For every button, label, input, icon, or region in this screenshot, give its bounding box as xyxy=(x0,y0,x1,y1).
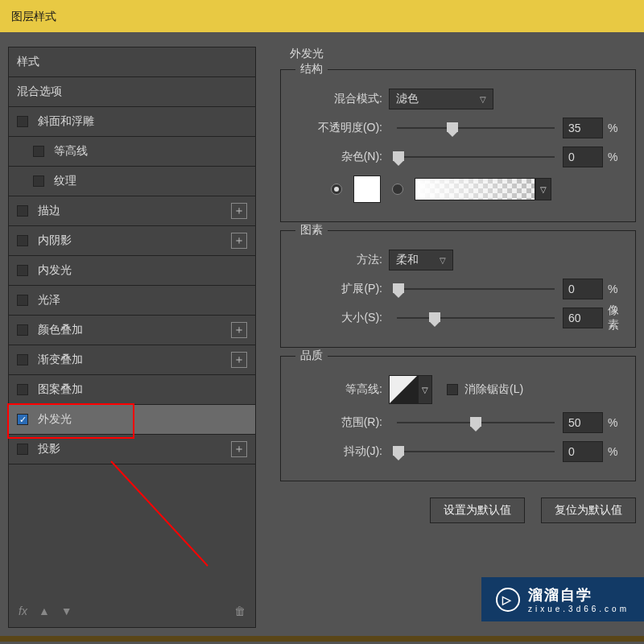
effect-settings-panel: 外发光 结构 混合模式: 滤色 ▽ 不透明度(O): 35 % 杂色(N): 0 xyxy=(264,32,644,636)
style-item-7[interactable]: 颜色叠加＋ xyxy=(9,316,255,345)
structure-group: 结构 混合模式: 滤色 ▽ 不透明度(O): 35 % 杂色(N): 0 % xyxy=(280,69,636,222)
quality-group: 品质 等高线: ▽ 消除锯齿(L) 范围(R): 50 % 抖动(J): xyxy=(280,356,636,481)
window-title: 图层样式 xyxy=(11,10,56,23)
solid-color-radio[interactable] xyxy=(331,184,342,195)
style-item-8[interactable]: 渐变叠加＋ xyxy=(9,345,255,375)
add-instance-icon[interactable]: ＋ xyxy=(231,233,247,249)
make-default-button[interactable]: 设置为默认值 xyxy=(430,497,525,523)
opacity-slider[interactable] xyxy=(397,121,555,135)
blending-options-header[interactable]: 混合选项 xyxy=(9,77,255,107)
range-row: 范围(R): 50 % xyxy=(291,408,625,437)
pixel-label: 像素 xyxy=(603,303,625,332)
blending-header-label: 混合选项 xyxy=(17,85,247,99)
jitter-input[interactable]: 0 xyxy=(563,441,603,462)
range-label: 范围(R): xyxy=(291,415,389,430)
style-item-0[interactable]: 斜面和浮雕 xyxy=(9,107,255,137)
watermark-sub: zixue.3d66.com xyxy=(528,605,630,613)
trash-icon[interactable]: 🗑 xyxy=(234,605,246,617)
style-item-6[interactable]: 光泽 xyxy=(9,286,255,316)
spread-slider[interactable] xyxy=(397,282,555,296)
blend-mode-row: 混合模式: 滤色 ▽ xyxy=(291,85,625,114)
style-label: 渐变叠加 xyxy=(38,353,231,367)
quality-title: 品质 xyxy=(295,349,328,363)
style-checkbox[interactable] xyxy=(17,205,28,217)
style-checkbox[interactable] xyxy=(17,116,28,127)
opacity-input[interactable]: 35 xyxy=(563,118,603,138)
jitter-row: 抖动(J): 0 % xyxy=(291,437,625,466)
add-instance-icon[interactable]: ＋ xyxy=(231,352,247,368)
blend-mode-label: 混合模式: xyxy=(291,92,389,106)
style-item-11[interactable]: 投影＋ xyxy=(9,435,255,464)
add-instance-icon[interactable]: ＋ xyxy=(231,441,247,457)
style-checkbox[interactable] xyxy=(17,235,28,246)
window-titlebar: 图层样式 xyxy=(0,0,644,32)
reset-default-button[interactable]: 复位为默认值 xyxy=(541,497,636,523)
elements-title: 图素 xyxy=(295,223,328,237)
contour-picker[interactable] xyxy=(389,375,418,404)
style-checkbox[interactable] xyxy=(17,354,28,365)
styles-toolbar: fx ▲ ▼ 🗑 xyxy=(9,595,255,627)
style-item-1[interactable]: 等高线 xyxy=(9,137,255,167)
size-input[interactable]: 60 xyxy=(563,308,603,328)
gradient-swatch[interactable] xyxy=(415,178,535,200)
style-item-4[interactable]: 内阴影＋ xyxy=(9,226,255,256)
spread-row: 扩展(P): 0 % xyxy=(291,275,625,303)
spread-input[interactable]: 0 xyxy=(563,279,603,299)
noise-row: 杂色(N): 0 % xyxy=(291,142,625,171)
effect-title: 外发光 xyxy=(264,47,644,61)
size-slider[interactable] xyxy=(397,311,555,325)
jitter-label: 抖动(J): xyxy=(291,444,389,459)
add-instance-icon[interactable]: ＋ xyxy=(231,322,247,338)
fx-menu-icon[interactable]: fx xyxy=(19,605,27,617)
range-slider[interactable] xyxy=(397,415,555,430)
style-checkbox[interactable] xyxy=(33,146,44,157)
antialias-checkbox[interactable] xyxy=(447,384,458,395)
style-label: 等高线 xyxy=(54,144,247,159)
contour-dropdown-icon[interactable]: ▽ xyxy=(418,375,432,404)
elements-group: 图素 方法: 柔和 ▽ 扩展(P): 0 % 大小(S): 60 像素 xyxy=(280,230,636,348)
styles-spacer xyxy=(9,464,255,595)
style-item-5[interactable]: 内发光 xyxy=(9,256,255,286)
gradient-radio[interactable] xyxy=(392,184,403,195)
size-row: 大小(S): 60 像素 xyxy=(291,303,625,332)
noise-slider[interactable] xyxy=(397,150,555,164)
move-down-icon[interactable]: ▼ xyxy=(61,605,72,617)
add-instance-icon[interactable]: ＋ xyxy=(231,203,247,219)
noise-label: 杂色(N): xyxy=(291,150,389,164)
style-label: 内发光 xyxy=(38,263,247,278)
blend-mode-select[interactable]: 滤色 ▽ xyxy=(389,89,493,109)
style-item-3[interactable]: 描边＋ xyxy=(9,196,255,226)
chevron-down-icon: ▽ xyxy=(480,95,486,104)
style-item-2[interactable]: 纹理 xyxy=(9,167,255,196)
technique-select[interactable]: 柔和 ▽ xyxy=(389,250,453,270)
style-checkbox[interactable] xyxy=(17,384,28,395)
antialias-label: 消除锯齿(L) xyxy=(464,382,523,397)
styles-header[interactable]: 样式 xyxy=(9,47,255,77)
move-up-icon[interactable]: ▲ xyxy=(39,605,50,617)
style-item-10[interactable]: 外发光 xyxy=(9,405,255,435)
technique-row: 方法: 柔和 ▽ xyxy=(291,246,625,275)
style-checkbox[interactable] xyxy=(17,444,28,455)
style-checkbox[interactable] xyxy=(17,414,28,425)
style-label: 描边 xyxy=(38,204,231,218)
percent-label: % xyxy=(603,416,625,429)
spread-label: 扩展(P): xyxy=(291,282,389,296)
default-buttons-row: 设置为默认值 复位为默认值 xyxy=(264,481,644,523)
glow-color-swatch[interactable] xyxy=(353,175,381,203)
style-label: 外发光 xyxy=(38,412,247,427)
technique-label: 方法: xyxy=(291,253,389,267)
styles-list: 样式 混合选项 斜面和浮雕等高线纹理描边＋内阴影＋内发光光泽颜色叠加＋渐变叠加＋… xyxy=(8,47,256,628)
noise-input[interactable]: 0 xyxy=(563,147,603,167)
style-label: 光泽 xyxy=(38,293,247,308)
style-checkbox[interactable] xyxy=(17,324,28,336)
style-checkbox[interactable] xyxy=(17,295,28,306)
style-item-9[interactable]: 图案叠加 xyxy=(9,375,255,405)
opacity-label: 不透明度(O): xyxy=(291,121,389,135)
technique-value: 柔和 xyxy=(396,253,419,267)
jitter-slider[interactable] xyxy=(397,444,555,459)
style-checkbox[interactable] xyxy=(33,175,44,187)
gradient-dropdown-icon[interactable]: ▽ xyxy=(535,178,551,200)
range-input[interactable]: 50 xyxy=(563,412,603,433)
style-checkbox[interactable] xyxy=(17,265,28,276)
opacity-row: 不透明度(O): 35 % xyxy=(291,114,625,142)
